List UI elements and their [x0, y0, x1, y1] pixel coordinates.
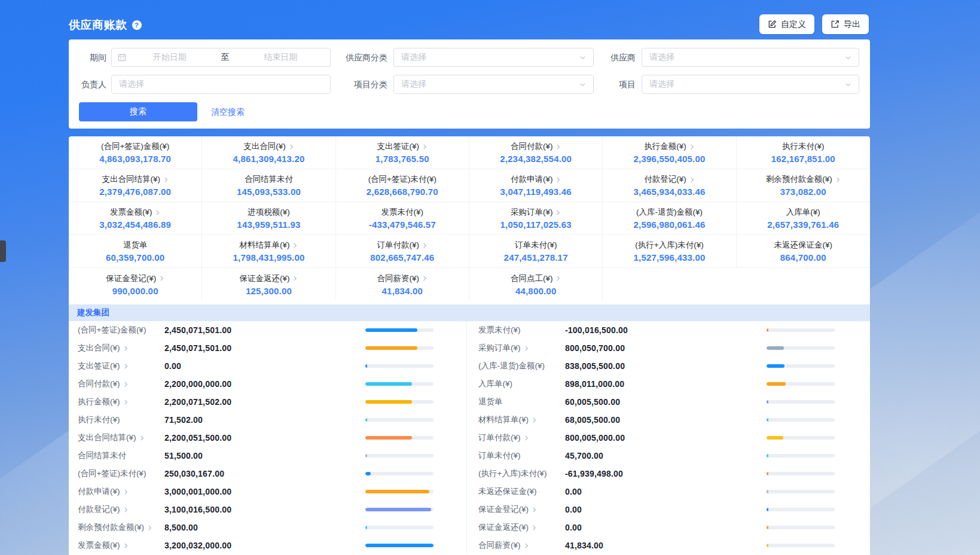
- metric-label-text: (合同+签证)未付(¥): [78, 468, 146, 479]
- summary-cell: (合同+签证)金额(¥)4,863,093,178.70: [69, 136, 202, 169]
- summary-cell-label: 采购订单(¥): [511, 207, 553, 218]
- summary-cell-value: 802,665,747.46: [370, 252, 434, 263]
- supplier-select[interactable]: 请选择: [642, 48, 859, 67]
- metric-value: 2,200,000,000.00: [164, 379, 365, 389]
- metric-label[interactable]: 发票金额(¥): [78, 540, 164, 551]
- metric-label-text: 材料结算单(¥): [478, 414, 529, 425]
- metric-value: 68,005,500.00: [565, 415, 767, 425]
- metric-value: 45,700.00: [565, 451, 767, 461]
- metric-label-text: (执行+入库)未付(¥): [478, 468, 547, 479]
- supplier-category-label: 供应商分类: [316, 48, 387, 67]
- metric-value: 71,502.00: [164, 415, 365, 425]
- page-background: { "header": { "title": "供应商账款", "customi…: [0, 0, 980, 555]
- metric-label[interactable]: 付款登记(¥): [78, 504, 164, 515]
- metric-row: 执行未付(¥)71,502.00: [69, 411, 466, 429]
- summary-cell[interactable]: 合同薪资(¥)41,834.00: [336, 268, 469, 301]
- metric-label[interactable]: 保证金登记(¥): [478, 504, 565, 515]
- side-drawer-handle[interactable]: [0, 240, 6, 262]
- metric-label[interactable]: 支出签证(¥): [78, 361, 164, 371]
- metric-label-text: 合同薪资(¥): [478, 540, 521, 551]
- metric-progress-bar: [767, 454, 835, 458]
- metric-row: 剩余预付款金额(¥)8,500.00: [69, 519, 466, 536]
- start-date-input[interactable]: 开始日期: [126, 52, 213, 63]
- metric-row: (执行+入库)未付(¥)-61,939,498.00: [467, 465, 870, 483]
- owner-input[interactable]: 请选择: [111, 75, 331, 94]
- metric-label[interactable]: 合同薪资(¥): [478, 540, 565, 551]
- export-button[interactable]: 导出: [822, 14, 869, 34]
- metric-label[interactable]: 保证金返还(¥): [478, 522, 565, 533]
- chevron-right-icon: [835, 177, 841, 182]
- summary-cell-label: (执行+入库)未付(¥): [635, 240, 703, 251]
- metric-label[interactable]: 采购订单(¥): [478, 343, 565, 353]
- summary-cell[interactable]: 执行金额(¥)2,396,550,405.00: [603, 136, 736, 169]
- chevron-right-icon: [524, 543, 529, 548]
- summary-cell-value: 247,451,278.17: [504, 252, 568, 263]
- metric-label[interactable]: 支出合同结算(¥): [78, 432, 164, 443]
- chevron-right-icon: [159, 276, 164, 281]
- metric-label-text: 未返还保证金(¥): [478, 486, 537, 497]
- date-range-input[interactable]: 开始日期 至 结束日期: [111, 48, 331, 67]
- summary-cell-label: 退货单: [123, 240, 148, 251]
- metric-value: 41,834.00: [565, 541, 767, 550]
- summary-cell[interactable]: 保证金登记(¥)990,000.00: [69, 268, 202, 301]
- export-label: 导出: [844, 19, 860, 30]
- summary-cell[interactable]: 合同付款(¥)2,234,382,554.00: [469, 136, 603, 169]
- metric-label[interactable]: 材料结算单(¥): [478, 414, 565, 425]
- clear-search-link[interactable]: 清空搜索: [211, 102, 245, 121]
- summary-cell[interactable]: 材料结算单(¥)1,798,431,995.00: [202, 235, 335, 268]
- metric-label[interactable]: 剩余预付款金额(¥): [78, 522, 164, 533]
- help-icon[interactable]: ?: [132, 20, 142, 30]
- summary-cell: 合同结算未付145,093,533.00: [202, 169, 335, 202]
- metric-label: 未返还保证金(¥): [478, 486, 565, 497]
- metric-progress-bar: [365, 328, 433, 332]
- metric-label[interactable]: 支出合同(¥): [78, 343, 164, 353]
- summary-cell[interactable]: 支出签证(¥)1,783,765.50: [336, 136, 469, 169]
- end-date-input[interactable]: 结束日期: [237, 52, 325, 63]
- metric-progress-bar: [767, 346, 835, 350]
- project-select[interactable]: 请选择: [642, 75, 859, 94]
- metric-progress-bar: [767, 418, 835, 422]
- summary-cell[interactable]: 合同点工(¥)44,800.00: [469, 268, 603, 301]
- metric-row: (合同+签证)未付(¥)250,030,167.00: [69, 465, 466, 483]
- chevron-right-icon: [689, 177, 695, 182]
- metric-value: 800,005,000.00: [565, 433, 767, 443]
- metric-progress-bar: [365, 436, 433, 440]
- metric-value: 8,500.00: [164, 523, 365, 532]
- supplier-placeholder: 请选择: [649, 52, 674, 63]
- project-category-placeholder: 请选择: [401, 79, 426, 90]
- metric-row: (入库-退货)金额(¥)838,005,500.00: [467, 357, 870, 375]
- summary-cell[interactable]: 订单付款(¥)802,665,747.46: [336, 235, 469, 268]
- chevron-down-icon: [845, 81, 851, 88]
- summary-cell[interactable]: 支出合同结算(¥)2,379,476,087.00: [69, 169, 202, 202]
- main-panel: (合同+签证)金额(¥)4,863,093,178.70支出合同(¥)4,861…: [69, 136, 870, 555]
- summary-cell[interactable]: 保证金返还(¥)125,300.00: [202, 268, 335, 301]
- summary-cell-empty: [603, 268, 736, 301]
- metric-progress-bar: [365, 400, 433, 404]
- summary-cell[interactable]: 剩余预付款金额(¥)373,082.00: [737, 169, 870, 202]
- metric-row: 合同薪资(¥)41,834.00: [467, 536, 870, 554]
- summary-cell-value: 60,359,700.00: [106, 252, 165, 263]
- metric-label[interactable]: 订单付款(¥): [478, 432, 565, 443]
- summary-cell[interactable]: 支出合同(¥)4,861,309,413.20: [202, 136, 335, 169]
- metric-label[interactable]: 执行金额(¥): [78, 397, 164, 407]
- chevron-right-icon: [532, 507, 537, 513]
- summary-cell: 执行未付(¥)162,167,851.00: [737, 136, 870, 169]
- summary-cell[interactable]: 发票金额(¥)3,032,454,486.89: [69, 202, 202, 235]
- search-button[interactable]: 搜索: [79, 102, 197, 121]
- metric-value: 838,005,500.00: [565, 361, 767, 371]
- metric-value: 51,500.00: [164, 451, 365, 461]
- customize-button[interactable]: 自定义: [759, 14, 814, 34]
- summary-cell[interactable]: 采购订单(¥)1,050,117,025.63: [469, 202, 603, 235]
- summary-cell: (合同+签证)未付(¥)2,628,668,790.70: [336, 169, 469, 202]
- summary-cell[interactable]: 付款申请(¥)3,047,119,493.46: [469, 169, 603, 202]
- metric-label-text: 支出合同结算(¥): [78, 432, 136, 443]
- metric-label-text: 剩余预付款金额(¥): [78, 522, 144, 533]
- metric-label[interactable]: 付款申请(¥): [78, 486, 164, 497]
- group-name: 建发集团: [77, 307, 109, 318]
- summary-cell[interactable]: 付款登记(¥)3,465,934,033.46: [603, 169, 736, 202]
- summary-cell-label: 进项税额(¥): [248, 207, 290, 218]
- metric-label: (入库-退货)金额(¥): [478, 361, 565, 371]
- summary-grid: (合同+签证)金额(¥)4,863,093,178.70支出合同(¥)4,861…: [69, 136, 870, 301]
- metric-value: -100,016,500.00: [565, 325, 767, 335]
- metric-label[interactable]: 合同付款(¥): [78, 379, 164, 389]
